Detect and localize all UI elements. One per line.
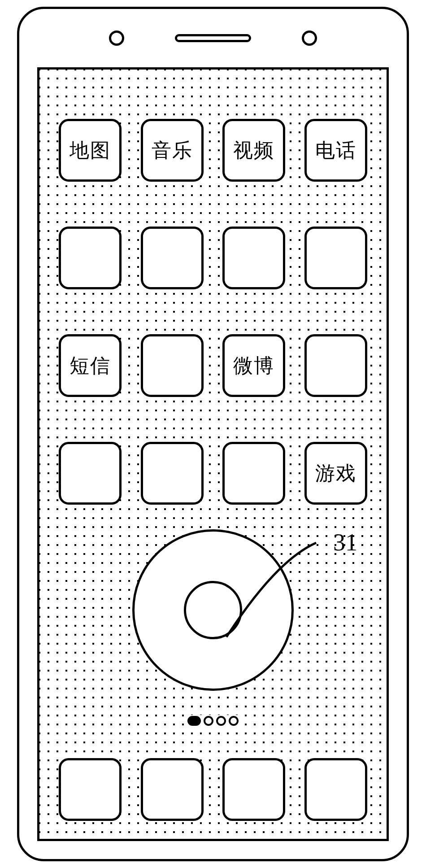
ring-dial-control[interactable] [132,529,294,691]
front-camera-left-icon [109,31,124,46]
page-dot-icon [216,716,226,726]
app-icon[interactable] [304,334,367,397]
app-label: 视频 [233,137,274,164]
sensor-bar [19,9,407,67]
app-music[interactable]: 音乐 [141,119,204,182]
phone-frame: 地图 音乐 视频 电话 短信 微博 游戏 31 [17,7,409,861]
app-label: 游戏 [315,460,356,487]
dock-app[interactable] [59,758,122,821]
app-grid: 地图 音乐 视频 电话 短信 微博 游戏 [39,119,387,505]
app-icon[interactable] [141,442,204,505]
app-icon[interactable] [222,442,285,505]
dock-app[interactable] [222,758,285,821]
page-dot-icon [229,716,239,726]
app-icon[interactable] [304,227,367,289]
phone-screen[interactable]: 地图 音乐 视频 电话 短信 微博 游戏 31 [37,67,389,841]
app-icon[interactable] [222,227,285,289]
dock [39,758,387,821]
app-label: 微博 [233,353,274,379]
app-weibo[interactable]: 微博 [222,334,285,397]
page-dot-icon [204,716,213,726]
app-game[interactable]: 游戏 [304,442,367,505]
app-icon[interactable] [59,442,122,505]
app-icon[interactable] [141,334,204,397]
front-camera-right-icon [302,31,317,46]
app-phone[interactable]: 电话 [304,119,367,182]
dock-app[interactable] [304,758,367,821]
app-label: 音乐 [152,137,193,164]
app-sms[interactable]: 短信 [59,334,122,397]
app-maps[interactable]: 地图 [59,119,122,182]
ring-dial-center-icon [184,581,242,639]
app-video[interactable]: 视频 [222,119,285,182]
app-icon[interactable] [141,227,204,289]
app-label: 短信 [70,353,111,379]
app-icon[interactable] [59,227,122,289]
dock-app[interactable] [141,758,204,821]
earpiece-speaker-icon [175,34,251,42]
page-indicator[interactable] [186,715,240,727]
page-dot-active-icon [187,716,201,726]
callout-number-31: 31 [333,528,357,556]
app-label: 电话 [315,137,356,164]
app-label: 地图 [70,137,111,164]
